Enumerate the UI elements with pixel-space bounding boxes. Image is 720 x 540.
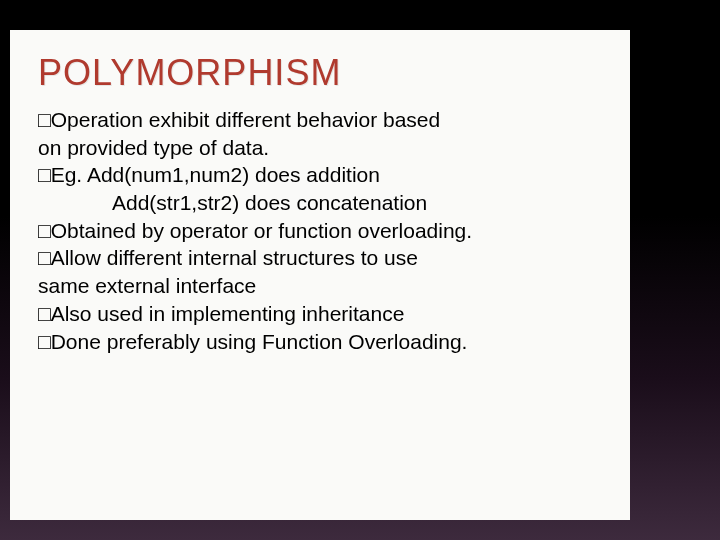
bullet-sub: Add(str1,str2) does concatenation [38, 189, 602, 217]
bullet-item: □Also used in implementing inheritance [38, 300, 602, 328]
bullet-icon: □ [38, 330, 51, 353]
bullet-text: Allow different internal structures to u… [51, 246, 418, 269]
bullet-continuation: on provided type of data. [38, 134, 602, 162]
bullet-text: on provided type of data. [38, 136, 269, 159]
bullet-item: □Obtained by operator or function overlo… [38, 217, 602, 245]
bullet-continuation: same external interface [38, 272, 602, 300]
bullet-text: same external interface [38, 274, 256, 297]
bullet-icon: □ [38, 163, 51, 186]
bullet-icon: □ [38, 108, 51, 131]
bullet-text: Done preferably using Function Overloadi… [51, 330, 468, 353]
slide-title: POLYMORPHISM [38, 54, 602, 92]
slide-content: □Operation exhibit different behavior ba… [38, 106, 602, 355]
bullet-text: Also used in implementing inheritance [51, 302, 405, 325]
bullet-icon: □ [38, 302, 51, 325]
bullet-icon: □ [38, 219, 51, 242]
bullet-item: □Operation exhibit different behavior ba… [38, 106, 602, 134]
bullet-icon: □ [38, 246, 51, 269]
bullet-item: □Eg. Add(num1,num2) does addition [38, 161, 602, 189]
bullet-text: Obtained by operator or function overloa… [51, 219, 472, 242]
bullet-item: □Done preferably using Function Overload… [38, 328, 602, 356]
bullet-item: □Allow different internal structures to … [38, 244, 602, 272]
bullet-text: Operation exhibit different behavior bas… [51, 108, 441, 131]
slide: POLYMORPHISM □Operation exhibit differen… [10, 30, 630, 520]
bullet-text: Eg. Add(num1,num2) does addition [51, 163, 380, 186]
bullet-text: Add(str1,str2) does concatenation [112, 191, 427, 214]
